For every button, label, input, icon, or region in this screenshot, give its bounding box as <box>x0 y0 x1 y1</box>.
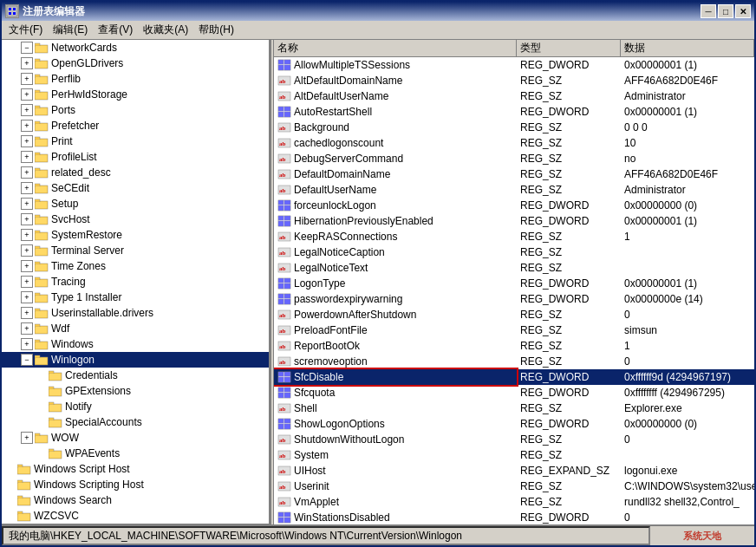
table-row[interactable]: ab Background REG_SZ 0 0 0 <box>274 120 754 135</box>
table-row[interactable]: AutoRestartShell REG_DWORD 0x00000001 (1… <box>274 104 754 120</box>
table-row[interactable]: ab KeepRASConnections REG_SZ 1 <box>274 229 754 244</box>
right-panel: 名称 类型 数据 AllowMultipleTSSessions REG_DWO… <box>274 40 754 524</box>
tree-item[interactable]: + Perflib <box>2 71 269 87</box>
table-row[interactable]: passwordexpirywarning REG_DWORD 0x000000… <box>274 291 754 307</box>
menu-edit[interactable]: 编辑(E) <box>48 21 93 39</box>
expand-icon[interactable]: − <box>21 354 33 366</box>
cell-name: ab UIHost <box>274 463 517 479</box>
tree-item[interactable]: WPAEvents <box>2 446 269 461</box>
table-row[interactable]: AllowMultipleTSSessions REG_DWORD 0x0000… <box>274 57 754 73</box>
tree-item[interactable]: + PerHwIdStorage <box>2 87 269 102</box>
expand-icon[interactable]: + <box>21 338 33 350</box>
tree-item[interactable]: + WOW <box>2 430 269 446</box>
expand-icon[interactable]: + <box>21 104 33 116</box>
tree-item[interactable]: + SvcHost <box>2 212 269 227</box>
tree-item[interactable]: + Print <box>2 133 269 149</box>
menu-view[interactable]: 查看(V) <box>93 21 138 39</box>
close-button[interactable]: ✕ <box>735 4 751 18</box>
table-row[interactable]: ab UIHost REG_EXPAND_SZ logonui.exe <box>274 463 754 479</box>
table-row[interactable]: SfcDisable REG_DWORD 0xffffff9d (4294967… <box>274 369 754 385</box>
table-row[interactable]: ab DefaultUserName REG_SZ Administrator <box>274 182 754 198</box>
tree-item[interactable]: WZCSVC <box>2 508 269 524</box>
expand-icon[interactable]: + <box>21 151 33 163</box>
table-row[interactable]: Sfcquota REG_DWORD 0xffffffff (429496729… <box>274 385 754 400</box>
tree-scroll[interactable]: − NetworkCards+ OpenGLDrivers+ Perflib+ … <box>2 40 269 524</box>
table-row[interactable]: ab scremoveoption REG_SZ 0 <box>274 354 754 369</box>
expand-icon[interactable]: + <box>21 213 33 225</box>
tree-item[interactable]: GPExtensions <box>2 383 269 399</box>
table-row[interactable]: ab ReportBootOk REG_SZ 1 <box>274 338 754 354</box>
table-row[interactable]: ab PreloadFontFile REG_SZ simsun <box>274 322 754 338</box>
table-row[interactable]: ab Userinit REG_SZ C:\WINDOWS\system32\u… <box>274 479 754 494</box>
tree-item[interactable]: + Ports <box>2 102 269 118</box>
expand-icon[interactable]: + <box>21 322 33 335</box>
menu-help[interactable]: 帮助(H) <box>193 21 239 39</box>
tree-item[interactable]: Credentials <box>2 368 269 383</box>
tree-item[interactable]: + ProfileList <box>2 149 269 165</box>
expand-icon[interactable]: + <box>21 229 33 241</box>
tree-item[interactable]: + Prefetcher <box>2 118 269 133</box>
table-row[interactable]: ab cachedlogonscount REG_SZ 10 <box>274 135 754 151</box>
expand-icon[interactable]: + <box>21 120 33 132</box>
table-row[interactable]: WinStationsDisabled REG_DWORD 0 <box>274 510 754 524</box>
tree-item[interactable]: + Terminal Server <box>2 243 269 258</box>
svg-rect-37 <box>36 202 47 208</box>
tree-item[interactable]: + Wdf <box>2 321 269 336</box>
expand-icon[interactable]: + <box>21 182 33 194</box>
table-row[interactable]: forceunlockLogon REG_DWORD 0x00000000 (0… <box>274 198 754 213</box>
table-row[interactable]: ab AltDefaultUserName REG_SZ Administrat… <box>274 88 754 104</box>
tree-item[interactable]: Windows Script Host <box>2 461 269 477</box>
expand-icon[interactable]: + <box>21 307 33 319</box>
expand-icon[interactable]: + <box>21 88 33 101</box>
expand-icon[interactable]: + <box>21 432 33 444</box>
tree-item[interactable]: + Windows <box>2 336 269 352</box>
table-row[interactable]: ab System REG_SZ <box>274 447 754 463</box>
tree-item[interactable]: + Type 1 Installer <box>2 290 269 305</box>
table-row[interactable]: ab VmApplet REG_SZ rundll32 shell32,Cont… <box>274 494 754 510</box>
table-row[interactable]: ab AltDefaultDomainName REG_SZ AFF46A682… <box>274 73 754 88</box>
tree-item[interactable]: + Userinstallable.drivers <box>2 305 269 321</box>
tree-item[interactable]: + related_desc <box>2 165 269 180</box>
menu-favorites[interactable]: 收藏夹(A) <box>138 21 193 39</box>
tree-item[interactable]: Notify <box>2 399 269 414</box>
expand-icon[interactable]: + <box>21 166 33 179</box>
table-row[interactable]: ab DebugServerCommand REG_SZ no <box>274 151 754 166</box>
tree-item[interactable]: + Setup <box>2 196 269 212</box>
table-row[interactable]: ab LegalNoticeText REG_SZ <box>274 260 754 276</box>
cell-type: REG_DWORD <box>517 510 621 524</box>
tree-item[interactable]: − Winlogon <box>2 352 269 368</box>
maximize-button[interactable]: □ <box>718 4 733 18</box>
table-row[interactable]: ab Shell REG_SZ Explorer.exe <box>274 400 754 416</box>
table-row[interactable]: ab ShutdownWithoutLogon REG_SZ 0 <box>274 432 754 447</box>
table-row[interactable]: ShowLogonOptions REG_DWORD 0x00000000 (0… <box>274 416 754 432</box>
tree-item[interactable]: + Tracing <box>2 274 269 290</box>
table-row[interactable]: ab DefaultDomainName REG_SZ AFF46A682D0E… <box>274 166 754 182</box>
tree-item[interactable]: + Time Zones <box>2 258 269 274</box>
table-body[interactable]: AllowMultipleTSSessions REG_DWORD 0x0000… <box>274 57 754 524</box>
expand-icon[interactable]: + <box>21 57 33 69</box>
expand-icon[interactable]: + <box>21 244 33 257</box>
menu-file[interactable]: 文件(F) <box>3 21 48 39</box>
table-row[interactable]: ab PowerdownAfterShutdown REG_SZ 0 <box>274 307 754 322</box>
col-header-name[interactable]: 名称 <box>274 40 517 56</box>
tree-item[interactable]: Windows Scripting Host <box>2 477 269 492</box>
expand-icon[interactable]: + <box>21 73 33 85</box>
col-header-data[interactable]: 数据 <box>621 40 754 56</box>
expand-icon[interactable]: + <box>21 135 33 147</box>
minimize-button[interactable]: ─ <box>701 4 716 18</box>
expand-icon[interactable]: + <box>21 260 33 272</box>
table-row[interactable]: ab LegalNoticeCaption REG_SZ <box>274 244 754 260</box>
tree-item[interactable]: + OpenGLDrivers <box>2 55 269 71</box>
col-header-type[interactable]: 类型 <box>517 40 621 56</box>
tree-item[interactable]: − NetworkCards <box>2 40 269 55</box>
expand-icon[interactable]: + <box>21 198 33 210</box>
table-row[interactable]: LogonType REG_DWORD 0x00000001 (1) <box>274 276 754 291</box>
tree-item[interactable]: + SeCEdit <box>2 180 269 196</box>
tree-item[interactable]: Windows Search <box>2 492 269 508</box>
expand-icon[interactable]: + <box>21 276 33 288</box>
table-row[interactable]: HibernationPreviouslyEnabled REG_DWORD 0… <box>274 213 754 229</box>
tree-item[interactable]: SpecialAccounts <box>2 414 269 430</box>
expand-icon[interactable]: + <box>21 291 33 303</box>
tree-item[interactable]: + SystemRestore <box>2 227 269 243</box>
expand-icon[interactable]: − <box>21 42 33 54</box>
